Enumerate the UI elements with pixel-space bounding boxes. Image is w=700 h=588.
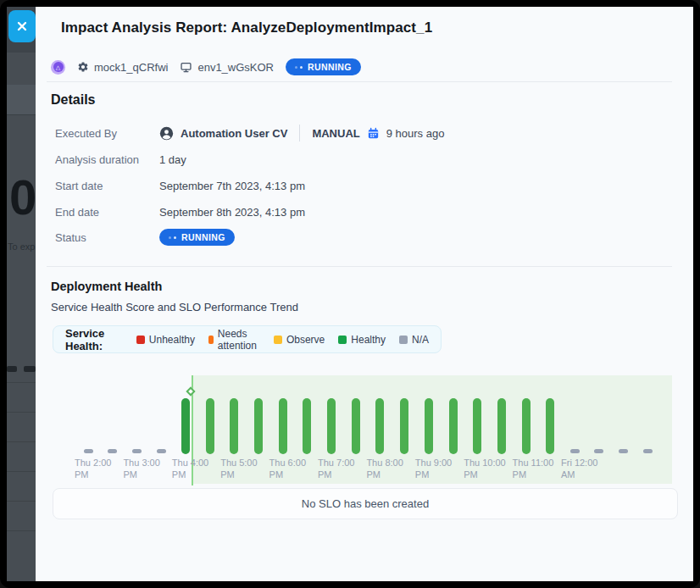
na-marker[interactable] — [643, 449, 653, 453]
legend-label: Service Health: — [65, 327, 123, 352]
section-divider — [47, 81, 672, 82]
health-bar[interactable] — [254, 398, 263, 454]
background-row-line — [7, 412, 36, 413]
detail-label: Start date — [55, 180, 159, 192]
health-bar[interactable] — [206, 398, 214, 454]
legend-item: Needs attention — [208, 328, 260, 352]
start-date-value: September 7th 2023, 4:13 pm — [159, 180, 305, 192]
status-badge-label: RUNNING — [181, 232, 225, 242]
health-bar[interactable] — [352, 398, 360, 454]
legend-swatch-icon — [274, 336, 282, 344]
na-marker[interactable] — [594, 449, 603, 453]
detail-row-end-date: End date September 8th 2023, 4:13 pm — [55, 202, 305, 221]
impact-analysis-panel: Impact Analysis Report: AnalyzeDeploymen… — [36, 7, 693, 581]
deployment-health-heading: Deployment Health — [51, 280, 162, 293]
detail-row-start-date: Start date September 7th 2023, 4:13 pm — [55, 176, 305, 195]
background-row-line — [7, 382, 36, 383]
dimmed-background-page: 0 To exp — [7, 7, 36, 581]
environment-name: env1_wGsKOR — [197, 61, 274, 74]
status-badge-label: RUNNING — [308, 62, 352, 72]
na-marker[interactable] — [157, 449, 166, 453]
legend-item-label: Unhealthy — [149, 334, 195, 346]
health-bar[interactable] — [400, 398, 408, 454]
legend-item: N/A — [399, 334, 429, 346]
background-row-line — [7, 530, 36, 531]
na-marker[interactable] — [570, 449, 580, 453]
legend-item: Unhealthy — [136, 334, 195, 346]
screenshot-root: 0 To exp Impact Analysis Report: Analyze… — [0, 0, 700, 588]
report-meta-row: △ mock1_qCRfwi env1_wGsKOR RUNNING — [51, 58, 361, 76]
legend-item: Healthy — [338, 334, 386, 346]
x-axis-tick-label: Thu 8:00PM — [366, 458, 419, 480]
section-divider — [47, 266, 672, 267]
legend-item-label: Healthy — [351, 334, 386, 346]
background-icon — [7, 366, 17, 372]
health-bar[interactable] — [230, 398, 238, 454]
health-bar[interactable] — [327, 398, 336, 454]
x-axis-tick-label: Thu 6:00PM — [269, 458, 322, 480]
user-icon — [159, 126, 174, 141]
legend-items: UnhealthyNeeds attentionObserveHealthyN/… — [136, 328, 429, 352]
close-button[interactable] — [8, 10, 36, 42]
legend-item-label: Needs attention — [218, 328, 260, 352]
executed-by-user: Automation User CV — [181, 127, 287, 140]
health-bar[interactable] — [497, 398, 506, 454]
legend-swatch-icon — [136, 336, 145, 344]
chart-subtitle: Service Health Score and SLO Performance… — [51, 301, 298, 313]
health-bar[interactable] — [425, 398, 433, 454]
analysis-duration-value: 1 day — [159, 153, 186, 166]
legend-item: Observe — [274, 334, 325, 346]
x-axis-tick-label: Thu 10:00PM — [464, 458, 516, 480]
legend-item-label: N/A — [412, 334, 429, 346]
legend-swatch-icon — [338, 336, 347, 344]
environment-icon — [180, 61, 192, 74]
legend-swatch-icon — [208, 336, 214, 344]
health-bar[interactable] — [279, 398, 287, 454]
health-bar[interactable] — [303, 398, 311, 454]
na-marker[interactable] — [84, 449, 93, 453]
slo-empty-message: No SLO has been created — [302, 497, 429, 510]
calendar-icon — [367, 127, 380, 140]
detail-label: Analysis duration — [55, 153, 159, 166]
detail-label: End date — [55, 206, 159, 219]
trigger-type: MANUAL — [312, 127, 359, 140]
background-row-line — [7, 471, 36, 472]
x-axis-tick-label: Thu 9:00PM — [415, 458, 468, 480]
close-icon — [16, 20, 28, 32]
vertical-divider — [299, 125, 300, 141]
health-bar[interactable] — [449, 398, 458, 454]
end-date-value: September 8th 2023, 4:13 pm — [159, 206, 305, 219]
app-area: 0 To exp Impact Analysis Report: Analyze… — [7, 7, 693, 581]
health-score-chart: Thu 2:00PMThu 3:00PMThu 4:00PMThu 5:00PM… — [53, 369, 678, 485]
running-dots-icon — [169, 236, 176, 239]
background-icon — [24, 366, 36, 372]
details-heading: Details — [51, 92, 95, 108]
background-row-line — [7, 501, 36, 502]
na-marker[interactable] — [132, 449, 142, 453]
detail-label: Status — [55, 231, 159, 244]
x-axis-tick-label: Thu 7:00PM — [318, 458, 370, 480]
x-axis-tick-label: Thu 3:00PM — [123, 458, 175, 480]
health-bar[interactable] — [522, 398, 531, 454]
health-bar[interactable] — [181, 398, 190, 454]
legend-item-label: Observe — [286, 334, 325, 346]
background-big-number: 0 — [9, 173, 36, 222]
detail-row-executed-by: Executed By Automation User CV MANUAL 9 … — [55, 124, 444, 142]
environment-chip: env1_wGsKOR — [180, 61, 274, 74]
na-marker[interactable] — [108, 449, 117, 453]
background-row-line — [7, 441, 36, 442]
service-chip: mock1_qCRfwi — [77, 61, 168, 74]
running-dots-icon — [295, 66, 303, 69]
detail-label: Executed By — [55, 127, 159, 140]
service-name: mock1_qCRfwi — [94, 61, 168, 74]
health-bar[interactable] — [375, 398, 384, 454]
health-bar[interactable] — [473, 398, 481, 454]
service-avatar-icon: △ — [51, 60, 65, 75]
x-axis-tick-label: Thu 5:00PM — [220, 458, 273, 480]
slo-empty-state: No SLO has been created — [53, 488, 678, 519]
legend-swatch-icon — [399, 336, 408, 344]
na-marker[interactable] — [619, 449, 628, 453]
health-bar[interactable] — [546, 398, 554, 454]
gear-icon — [77, 61, 89, 73]
status-badge-running: RUNNING — [159, 229, 235, 246]
